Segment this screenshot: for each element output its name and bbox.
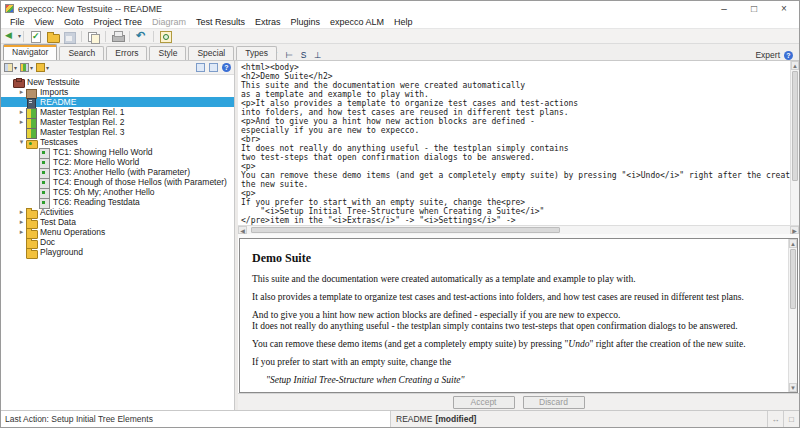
resize-grip-icon[interactable]: ↔ [767,411,783,427]
tree-item-label: Doc [40,237,55,247]
tree-item-master-testplan-rel-1[interactable]: ▸Master Testplan Rel. 1 [1,107,234,117]
tree-item-tc5-oh-my-another-hello[interactable]: TC5: Oh My; Another Hello [1,187,234,197]
expander-collapsed-icon[interactable]: ▸ [17,87,26,97]
tree-item-tc6-reading-testdata[interactable]: TC6: Reading Testdata [1,197,234,207]
tree-item-tc2-more-hello-world[interactable]: TC2: More Hello World [1,157,234,167]
expander-expanded-icon[interactable]: ▾ [17,137,26,147]
tab-style[interactable]: Style [149,46,186,60]
tree-item-testcases[interactable]: ▾Testcases [1,137,234,147]
tab-types[interactable]: Types [236,46,277,60]
menu-help[interactable]: Help [389,16,418,29]
tab-search[interactable]: Search [59,46,104,60]
tree-columns-menu-button[interactable]: ▾ [20,63,33,72]
tab-special[interactable]: Special [188,46,234,60]
anchor-button[interactable]: ⊥ [313,50,322,60]
scrollbar-thumb[interactable] [790,249,796,309]
copy-button[interactable] [86,30,101,43]
undo-button[interactable] [134,30,149,43]
source-line: <br> [241,135,790,144]
html-preview-pane: Demo SuiteThis suite and the documentati… [239,238,798,393]
menu-expecco-alm[interactable]: expecco ALM [325,16,389,29]
text-run: You can remove these demo items (and get… [252,339,568,349]
discard-button[interactable]: Discard [523,396,585,409]
tree-help-icon[interactable]: ? [222,63,231,72]
menu-goto[interactable]: Goto [59,16,89,29]
tree-item-tc4-enough-of-those-hellos-with-parameter-[interactable]: TC4: Enough of those Hellos (with Parame… [1,177,234,187]
import-item-icon[interactable] [196,63,205,72]
tree-item-label: Activities [40,207,74,217]
scroll-left-icon[interactable]: ◀ [238,226,247,234]
menu-view[interactable]: View [30,16,59,29]
help-icon[interactable]: ? [784,51,793,60]
testcase-icon [39,158,49,167]
menu-file[interactable]: File [5,16,30,29]
close-button[interactable]: × [769,1,799,16]
editor-horizontal-scrollbar[interactable]: ◀ ▶ [238,225,799,234]
larger-font-button[interactable]: ⊢ [285,50,294,60]
preview-vertical-scrollbar[interactable]: ▲ ▼ [788,239,797,392]
tree-item-master-testplan-rel-2[interactable]: ▸Master Testplan Rel. 2 [1,117,234,127]
source-line: <html><body> [241,63,790,72]
scrollbar-thumb[interactable] [792,71,798,181]
minimize-button[interactable]: – [709,1,739,16]
editor-vertical-scrollbar[interactable]: ▲ [790,61,799,225]
tree-view-menu-button[interactable]: ▾ [4,63,17,72]
scrollbar-thumb[interactable] [251,227,560,233]
tree-item-label: Playground [40,247,83,257]
maximize-button[interactable]: □ [739,1,769,16]
expander-collapsed-icon[interactable]: ▸ [17,107,26,117]
subscript-button[interactable]: S [299,50,308,60]
tree-item-master-testplan-rel-3[interactable]: Master Testplan Rel. 3 [1,127,234,137]
html-source-editor[interactable]: <html><body><h2>Demo Suite</h2>This suit… [238,61,790,225]
history-icon [158,30,173,43]
source-line: <p>And to give you a hint how new action… [241,117,790,126]
tree-item-tc3-another-hello-with-parameter-[interactable]: TC3: Another Hello (with Parameter) [1,167,234,177]
testplan-icon [26,128,36,137]
back-icon [4,30,19,43]
tree-item-playground[interactable]: Playground [1,247,234,257]
tree-columns-icon [20,63,29,72]
testcase-icon [39,168,49,177]
source-line: <p> [241,189,790,198]
tree-item-readme[interactable]: README [1,97,234,107]
scroll-right-icon[interactable]: ▶ [790,226,799,234]
tab-band: NavigatorSearchErrorsStyleSpecialTypes B… [1,44,799,61]
print-button[interactable] [110,30,125,43]
tree-item-activities[interactable]: ▸Activities [1,207,234,217]
menu-extras[interactable]: Extras [250,16,286,29]
frame-toggle-icon[interactable]: □ [783,411,799,427]
tree-item-imports[interactable]: ▸Imports [1,87,234,97]
history-button[interactable] [158,30,173,43]
menu-project-tree[interactable]: Project Tree [88,16,147,29]
menu-plugins[interactable]: Plugins [285,16,325,29]
tree-item-new-testsuite[interactable]: New Testsuite [1,77,234,87]
tcfolder-icon [26,138,36,147]
scroll-up-icon[interactable]: ▲ [791,61,799,70]
app-window: expecco: New Testsuite -- README – □ × F… [0,0,800,428]
save-item-icon[interactable] [209,63,218,72]
app-icon [5,4,14,13]
text-run: If you prefer to start with an empty sui… [252,357,451,367]
scroll-down-icon[interactable]: ▼ [789,383,797,392]
tree-item-doc[interactable]: Doc [1,237,234,247]
expander-collapsed-icon[interactable]: ▸ [17,217,26,227]
tree-item-menu-operations[interactable]: ▸Menu Operations [1,227,234,237]
tree-item-tc1-showing-hello-world[interactable]: TC1: Showing Hello World [1,147,234,157]
tab-navigator[interactable]: Navigator [3,44,57,60]
menu-test-results[interactable]: Test Results [191,16,250,29]
tab-errors[interactable]: Errors [106,46,147,60]
scroll-up-icon[interactable]: ▲ [789,239,797,248]
tree-item-label: Testcases [40,137,78,147]
expander-collapsed-icon[interactable]: ▸ [17,227,26,237]
new-suite-button[interactable] [28,30,43,43]
text-run: And to give you a hint how new action bl… [252,310,620,320]
expander-collapsed-icon[interactable]: ▸ [17,207,26,217]
accept-button[interactable]: Accept [453,396,515,409]
open-button[interactable] [45,30,60,43]
tree-item-label: Menu Operations [40,227,105,237]
back-button[interactable] [4,30,19,43]
format-toolbar: BI⊢S⊥ [235,49,755,60]
new-folder-menu-button[interactable]: ▾ [36,63,49,72]
expander-collapsed-icon[interactable]: ▸ [17,117,26,127]
tree-item-test-data[interactable]: ▸Test Data [1,217,234,227]
